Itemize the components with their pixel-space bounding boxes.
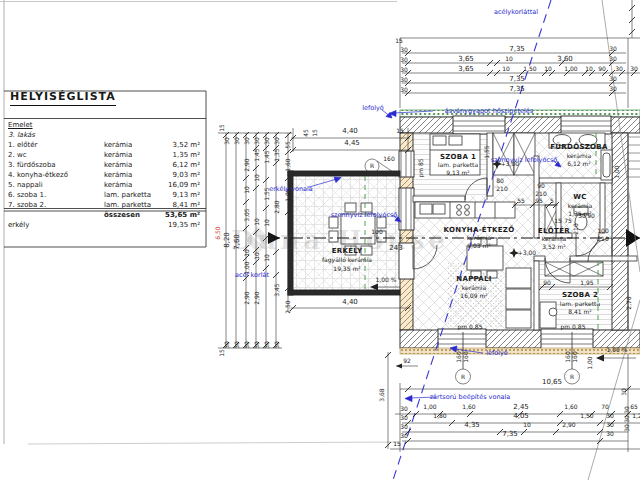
dim-label: 4,45 — [344, 140, 360, 147]
room-area: 1,35 m² — [162, 151, 202, 161]
dim-label: 30 — [609, 76, 617, 82]
dim-label: 3,45 — [274, 283, 280, 296]
room-list-rows: 1. előtérkerámia3,52 m²2. wckerámia1,35 … — [8, 141, 202, 211]
dim-label: 8,41 m² — [568, 309, 592, 315]
dim-label: pm 0,85 — [458, 324, 483, 330]
room-name: 5. nappali — [8, 181, 104, 191]
dim-label: 30 — [224, 137, 230, 145]
room-list-floor: Emelet — [8, 121, 202, 131]
dim-label: 4,35 — [464, 422, 480, 429]
dim-label: 1,55 — [484, 145, 490, 158]
dim-label: 30 — [609, 56, 617, 62]
dim-label: 1,00 — [587, 356, 593, 369]
dim-label: 7,35 — [509, 76, 525, 83]
room-name: 6. szoba 1. — [8, 191, 104, 201]
dim-label: 30 — [274, 137, 280, 145]
room-list-balcony-row: erkély 19,35 m² — [8, 221, 202, 231]
r-marker: R — [461, 374, 465, 380]
dim-label: 3,65 — [458, 56, 474, 63]
dim-label: 30 — [624, 415, 630, 423]
room-name: 7. szoba 2. — [8, 201, 104, 211]
slope-label: 1,00 % — [607, 347, 628, 353]
dim-label: 30 — [624, 406, 630, 414]
dim-label: 30 — [578, 213, 586, 219]
dim-label: 3,68 — [379, 388, 385, 401]
balcony-line-note: erkély vonala — [269, 186, 313, 193]
room-material: lam. parketta — [104, 191, 162, 201]
wardrobe — [545, 262, 603, 276]
r-marker: R — [570, 374, 574, 380]
dim-label: 3,65 — [458, 66, 474, 73]
room-label-nappali: NAPPALI — [456, 276, 491, 283]
room-list-row: 2. wckerámia1,35 m² — [8, 151, 202, 161]
dim-label: 30 — [606, 413, 614, 419]
dim-label: 10 — [523, 422, 531, 428]
dim-label: 80 — [496, 178, 504, 184]
dim-label: 1,00 — [614, 165, 620, 178]
dim-label: kerámia — [542, 236, 566, 242]
dim-label: 90 — [543, 280, 551, 286]
steel-railing-note: acélykorláttal — [494, 9, 538, 16]
sewer-note-2: szennyvíz lefolyócső — [491, 157, 558, 164]
dim-label: 1,35 — [274, 148, 280, 161]
dim-label: 1,80 — [433, 413, 446, 419]
dim-label: 2,90 — [244, 158, 250, 171]
dim-label: 90 — [537, 183, 545, 189]
dim-label: 30 — [264, 341, 270, 349]
dim-label: 16,09 m² — [460, 293, 487, 299]
dim-label: 2,76 — [626, 296, 632, 309]
dim-label: 1,2 — [632, 413, 640, 419]
dim-label: kerámia — [568, 203, 592, 209]
balcony-wall-top — [288, 171, 400, 176]
dim-label: 6,12 m² — [567, 161, 591, 167]
room-name: 4. konyha-étkező — [8, 171, 104, 181]
dim-label: 1,60 — [462, 404, 475, 410]
dim-label: 7,35 — [502, 431, 518, 438]
room-material: kerámia — [104, 181, 162, 191]
dim-label: 160 — [383, 156, 394, 162]
dim-label: 30 — [400, 424, 408, 430]
room-area: 6,12 m² — [162, 161, 202, 171]
kitchen-sink — [420, 204, 432, 214]
drain-note-bottom: lefolyó — [486, 350, 508, 357]
dim-label: 30 — [615, 66, 623, 72]
dim-label: 30 — [400, 47, 408, 53]
dim-label: 210 — [597, 236, 608, 242]
dim-label: 55 — [285, 141, 291, 149]
room-name: 3. fürdőszoba — [8, 161, 104, 171]
dim-label: 8,20 — [224, 232, 231, 248]
dim-label: 30 — [400, 87, 408, 93]
dim-label: 2,90 — [244, 291, 250, 304]
room-area: 9,13 m² — [162, 191, 202, 201]
dim-label: 30 — [624, 424, 630, 432]
dim-label: 160 — [572, 351, 578, 362]
dim-label: lam. parketta — [560, 301, 600, 307]
balcony-label: erkély — [8, 221, 104, 231]
room-list-title: HELYISÉGLISTA — [10, 90, 116, 106]
dim-label: 1,60 — [564, 404, 577, 410]
dim-label: 30 — [606, 431, 614, 437]
building-line-note: zártsorú beépítés vonala — [430, 394, 511, 401]
dim-label: 15 — [219, 124, 225, 132]
dim-label: 2,90 — [562, 422, 575, 428]
dim-label: 30 — [274, 341, 280, 349]
dim-label: 10 — [244, 186, 250, 194]
steel-rail-note: acél korlát — [235, 272, 269, 279]
room-name: 1. előtér — [8, 141, 104, 151]
room-name: 2. wc — [8, 151, 104, 161]
dim-label: 2,50 — [285, 300, 291, 313]
room-list-total-row: összesen 53,65 m² — [8, 211, 202, 221]
dim-label: 1,95 — [580, 280, 593, 286]
dim-label: 65 — [630, 404, 638, 410]
dim-label: 5 — [550, 198, 554, 204]
dim-label: 100 — [597, 228, 608, 234]
dim-label: 4,40 — [342, 128, 358, 135]
dim-label: 10 — [254, 174, 260, 182]
dim-label: 210 — [573, 223, 579, 234]
dim-label: 30 — [400, 57, 408, 63]
dim-label: lam. parketta — [438, 162, 478, 168]
room-label-wc: WC — [573, 194, 586, 201]
room-label-szoba2: SZOBA 2 — [562, 292, 598, 299]
dim-label: kerámia — [462, 285, 486, 291]
dim-label: 92 — [403, 358, 411, 364]
